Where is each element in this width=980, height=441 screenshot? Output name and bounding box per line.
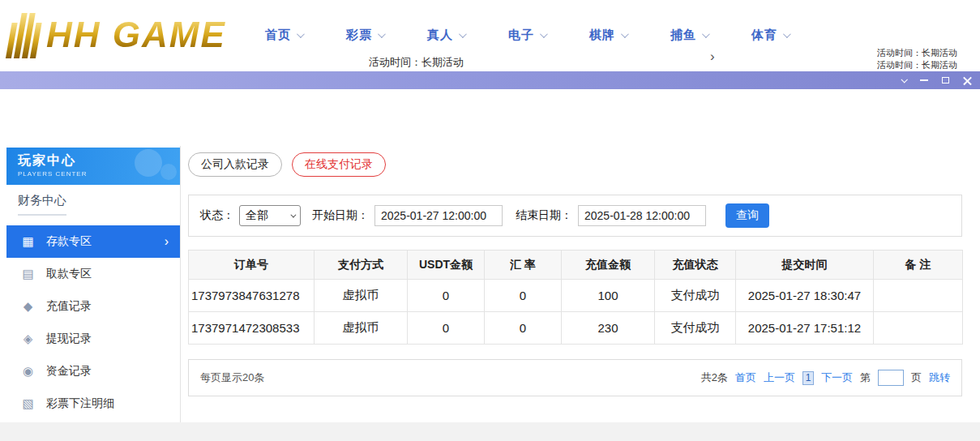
filter-bar: 状态： 全部 开始日期： 结束日期： 查询 bbox=[188, 195, 962, 237]
nav-item-label: 棋牌 bbox=[589, 28, 615, 43]
current-page-badge[interactable]: 1 bbox=[802, 371, 814, 385]
background-text-fragment: 活动时间：长期活动 bbox=[369, 55, 464, 70]
nav-item-label: 首页 bbox=[265, 28, 291, 43]
background-arrow-fragment: › bbox=[710, 49, 715, 65]
column-header: 支付方式 bbox=[315, 250, 408, 280]
jump-suffix-label: 页 bbox=[911, 370, 922, 385]
table-cell-status: 支付成功 bbox=[655, 280, 736, 312]
sidebar-item-withdrawal-records[interactable]: ◈ 提现记录 bbox=[6, 323, 180, 355]
brand-logo[interactable]: HH GAME bbox=[10, 8, 226, 62]
start-date-input[interactable] bbox=[374, 205, 503, 226]
table-cell-pay-method: 虚拟币 bbox=[315, 280, 408, 312]
sidebar-section-finance: 财务中心 bbox=[6, 185, 180, 216]
nav-item-live[interactable]: 真人 bbox=[405, 28, 486, 43]
status-select-value: 全部 bbox=[246, 208, 268, 223]
background-text-fragment: 活动时间：长期活动 活动时间：长期活动 bbox=[877, 47, 980, 71]
nav-item-fishing[interactable]: 捕鱼 bbox=[648, 28, 730, 43]
chevron-down-icon bbox=[621, 30, 629, 38]
withdraw-icon: ▤ bbox=[21, 267, 35, 281]
pagination-bar: 每页显示20条 共2条 首页 上一页 1 下一页 第 页 跳转 bbox=[188, 359, 962, 396]
sidebar-item-label: 取款专区 bbox=[46, 267, 92, 281]
pagination-controls: 共2条 首页 上一页 1 下一页 第 页 跳转 bbox=[701, 370, 950, 386]
close-icon[interactable] bbox=[963, 76, 972, 85]
sidebar-item-label: 存款专区 bbox=[46, 234, 92, 249]
nav-item-home[interactable]: 首页 bbox=[243, 28, 324, 43]
sidebar-divider bbox=[180, 146, 181, 422]
end-date-label: 结束日期： bbox=[516, 208, 572, 223]
column-header: USDT金额 bbox=[408, 250, 485, 280]
sidebar-item-label: 提现记录 bbox=[46, 332, 92, 346]
minimize-icon[interactable] bbox=[920, 79, 928, 81]
table-cell-submit-time: 2025-01-27 18:30:47 bbox=[736, 280, 874, 312]
table-cell-submit-time: 2025-01-27 17:51:12 bbox=[736, 312, 874, 345]
funds-record-icon: ◉ bbox=[21, 364, 35, 379]
maximize-icon[interactable] bbox=[942, 77, 949, 83]
table-row: 1737971472308533 虚拟币 0 0 230 支付成功 2025-0… bbox=[189, 312, 963, 345]
sidebar-menu: ▦ 存款专区 › ▤ 取款专区 ◆ 充值记录 ◈ 提现记录 ◉ 资金记录 ▧ 彩… bbox=[6, 225, 180, 420]
query-button[interactable]: 查询 bbox=[725, 203, 769, 228]
per-page-text: 每页显示20条 bbox=[200, 370, 264, 385]
table-header-row: 订单号 支付方式 USDT金额 汇 率 充值金额 充值状态 提交时间 备 注 bbox=[189, 250, 963, 280]
sidebar-item-lottery-bet-details[interactable]: ▧ 彩票下注明细 bbox=[6, 387, 180, 420]
chevron-right-icon: › bbox=[165, 235, 169, 248]
nav-item-electronic[interactable]: 电子 bbox=[486, 28, 567, 43]
table-cell-amount: 230 bbox=[562, 312, 655, 345]
nav-item-label: 真人 bbox=[427, 28, 453, 43]
table-cell-remark bbox=[874, 280, 963, 312]
prev-page-link[interactable]: 上一页 bbox=[764, 370, 795, 385]
nav-item-sports[interactable]: 体育 bbox=[730, 28, 811, 43]
tab-online-payment-records[interactable]: 在线支付记录 bbox=[292, 152, 386, 177]
jump-page-input[interactable] bbox=[878, 370, 904, 386]
sidebar-item-recharge-records[interactable]: ◆ 充值记录 bbox=[6, 290, 180, 323]
table-cell-rate: 0 bbox=[485, 312, 562, 345]
first-page-link[interactable]: 首页 bbox=[735, 370, 756, 385]
table-cell-remark bbox=[874, 312, 963, 345]
background-text-line: 活动时间：长期活动 bbox=[877, 47, 980, 59]
table-cell-usdt-amount: 0 bbox=[408, 280, 485, 312]
end-date-input[interactable] bbox=[578, 205, 706, 226]
chevron-down-icon[interactable] bbox=[901, 76, 907, 83]
tab-company-deposit-records[interactable]: 公司入款记录 bbox=[188, 152, 282, 177]
chevron-down-icon bbox=[290, 212, 296, 217]
column-header: 汇 率 bbox=[485, 250, 562, 280]
table-cell-order-no: 1737971472308533 bbox=[189, 312, 315, 345]
column-header: 提交时间 bbox=[736, 250, 874, 280]
sidebar-item-deposit-zone[interactable]: ▦ 存款专区 › bbox=[6, 225, 180, 258]
top-header: HH GAME 首页 彩票 真人 电子 棋牌 捕鱼 体育 bbox=[0, 0, 980, 71]
status-select[interactable]: 全部 bbox=[239, 205, 301, 226]
withdrawal-record-icon: ◈ bbox=[21, 332, 35, 346]
column-header: 充值状态 bbox=[655, 250, 736, 280]
recharge-record-icon: ◆ bbox=[21, 299, 35, 314]
table-cell-usdt-amount: 0 bbox=[408, 312, 485, 345]
background-text-line: 活动时间：长期活动 bbox=[877, 59, 980, 71]
chevron-down-icon bbox=[540, 30, 548, 38]
table-cell-order-no: 1737973847631278 bbox=[189, 280, 315, 312]
start-date-label: 开始日期： bbox=[312, 208, 369, 223]
sidebar-item-label: 彩票下注明细 bbox=[46, 396, 114, 411]
sidebar-item-label: 资金记录 bbox=[46, 364, 92, 379]
table-cell-pay-method: 虚拟币 bbox=[315, 312, 408, 345]
player-center-subtitle: PLAYERS CENTER bbox=[18, 170, 180, 178]
next-page-link[interactable]: 下一页 bbox=[821, 370, 853, 385]
deposit-icon: ▦ bbox=[21, 234, 35, 249]
nav-item-lottery[interactable]: 彩票 bbox=[324, 28, 405, 43]
sidebar-item-label: 充值记录 bbox=[46, 299, 92, 314]
table-cell-rate: 0 bbox=[485, 280, 562, 312]
table-cell-amount: 100 bbox=[562, 280, 655, 312]
window-titlebar bbox=[0, 71, 980, 89]
lottery-bets-icon: ▧ bbox=[21, 396, 35, 411]
nav-item-label: 体育 bbox=[751, 28, 777, 43]
nav-item-label: 电子 bbox=[508, 28, 534, 43]
player-center-header: 玩家中心 PLAYERS CENTER bbox=[6, 148, 180, 185]
nav-item-board-games[interactable]: 棋牌 bbox=[567, 28, 648, 43]
total-count: 共2条 bbox=[701, 370, 728, 385]
jump-action-link[interactable]: 跳转 bbox=[929, 370, 950, 385]
sidebar-item-funds-records[interactable]: ◉ 资金记录 bbox=[6, 355, 180, 387]
table-row: 1737973847631278 虚拟币 0 0 100 支付成功 2025-0… bbox=[189, 280, 963, 312]
window-controls bbox=[901, 71, 972, 89]
sidebar-item-withdraw-zone[interactable]: ▤ 取款专区 bbox=[6, 258, 180, 290]
column-header: 充值金额 bbox=[562, 250, 655, 280]
table-cell-status: 支付成功 bbox=[655, 312, 736, 345]
jump-prefix-label: 第 bbox=[860, 370, 871, 385]
chevron-down-icon bbox=[702, 30, 710, 38]
